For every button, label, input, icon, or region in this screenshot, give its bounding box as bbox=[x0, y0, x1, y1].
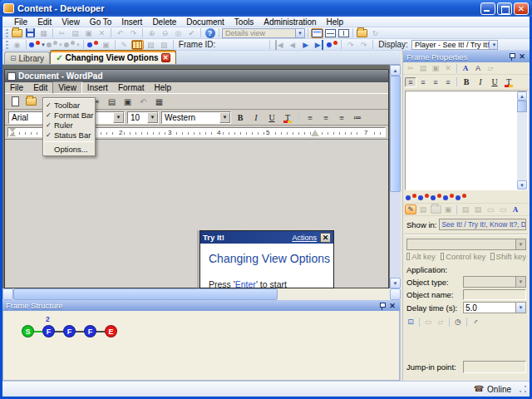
pin-icon[interactable] bbox=[509, 52, 515, 61]
fp-font-button[interactable]: A bbox=[460, 63, 471, 73]
content-horizontal-scrollbar[interactable] bbox=[2, 288, 401, 300]
script-select[interactable]: Western ▼ bbox=[161, 111, 231, 124]
record-button[interactable]: ◉ bbox=[11, 40, 23, 50]
fp-edit-button[interactable]: ✎ bbox=[405, 204, 416, 214]
delay-time-select[interactable]: 5.0 ▼ bbox=[463, 302, 526, 313]
print-button[interactable]: ▦ bbox=[37, 28, 50, 38]
open-project-button[interactable] bbox=[356, 28, 368, 38]
align-left-button[interactable]: ≡ bbox=[303, 111, 317, 124]
tryit-actions-link[interactable]: Actions bbox=[292, 234, 317, 242]
underline-button[interactable]: U bbox=[265, 111, 278, 124]
fp-stamp2-button[interactable]: ▱ bbox=[435, 317, 446, 327]
horizontal-scroll-track[interactable] bbox=[278, 288, 390, 300]
fp-jump-button[interactable]: ♂ bbox=[470, 317, 481, 327]
fp-fill-button[interactable]: ▣ bbox=[442, 204, 454, 214]
scroll-down-icon[interactable]: ▼ bbox=[517, 180, 527, 190]
fp-align-right-button[interactable]: ≡ bbox=[430, 77, 441, 87]
horizontal-scroll-thumb[interactable] bbox=[13, 288, 278, 300]
nav-prev-button[interactable]: ◀ bbox=[286, 40, 298, 50]
wordpad-copy-button[interactable]: ▤ bbox=[105, 96, 119, 108]
wordpad-menu-edit[interactable]: Edit bbox=[28, 82, 52, 93]
forward2-button[interactable]: ↷ bbox=[357, 40, 370, 50]
tab-changing-view-options[interactable]: ✓ Changing View Options ✕ bbox=[50, 50, 175, 64]
indent-marker-bottom[interactable] bbox=[9, 132, 16, 136]
fp-move-button[interactable]: ▤ bbox=[472, 204, 484, 214]
view-menu-format-bar[interactable]: ✓ Format Bar bbox=[43, 110, 95, 120]
fp-paste-button[interactable]: ▣ bbox=[430, 63, 441, 73]
forward-button[interactable]: ↷ bbox=[344, 40, 357, 50]
vertical-scroll-thumb[interactable] bbox=[390, 76, 401, 192]
scroll-left-icon[interactable] bbox=[2, 288, 13, 300]
frame-node[interactable]: F bbox=[84, 325, 96, 337]
spellcheck-button[interactable]: ✔ bbox=[185, 28, 198, 38]
toolbar-grip[interactable] bbox=[6, 29, 8, 37]
view-menu-ruler[interactable]: ✓ Ruler bbox=[43, 120, 95, 130]
menu-item-file[interactable]: File bbox=[9, 17, 32, 27]
fp-mode2-button[interactable] bbox=[417, 192, 429, 202]
key-select[interactable]: ▼ bbox=[406, 239, 526, 250]
fp-text-editor[interactable]: ▲ ▼ bbox=[405, 91, 528, 190]
wordpad-open-button[interactable] bbox=[24, 96, 38, 108]
menu-item-administration[interactable]: Administration bbox=[259, 17, 321, 27]
fp-font-dialog-button[interactable]: A bbox=[472, 63, 484, 73]
wordpad-menu-view[interactable]: View bbox=[52, 81, 82, 94]
tryit-close-button[interactable]: ✕ bbox=[320, 233, 331, 243]
insert-node-button[interactable] bbox=[86, 40, 99, 50]
fp-editor-scrollbar[interactable]: ▲ ▼ bbox=[517, 91, 527, 190]
display-select[interactable]: Player - See It! / Try It! ▼ bbox=[411, 40, 498, 50]
scroll-up-icon[interactable]: ▲ bbox=[517, 91, 527, 101]
menu-item-insert[interactable]: Insert bbox=[116, 17, 147, 27]
wordpad-menu-format[interactable]: Format bbox=[113, 82, 150, 93]
scroll-right-icon[interactable] bbox=[390, 288, 401, 300]
wordpad-undo-button[interactable]: ↶ bbox=[136, 96, 150, 108]
tryit-titlebar[interactable]: Try It! Actions ✕ bbox=[200, 231, 333, 244]
fp-delete-button[interactable]: ✕ bbox=[442, 63, 454, 73]
layout-columns-button[interactable] bbox=[337, 28, 350, 38]
delete-button[interactable]: ✕ bbox=[96, 28, 108, 38]
redo-button[interactable]: ↷ bbox=[127, 28, 140, 38]
object-name-field[interactable] bbox=[463, 289, 526, 300]
italic-button[interactable]: I bbox=[249, 111, 263, 124]
insert-frame-dropdown[interactable]: ▼ bbox=[29, 40, 46, 50]
copy-button[interactable]: ▤ bbox=[69, 28, 81, 38]
wordpad-datetime-button[interactable]: ▦ bbox=[152, 96, 166, 108]
fp-italic-button[interactable]: I bbox=[474, 76, 487, 88]
frame-view-button[interactable] bbox=[131, 40, 144, 50]
cut-button[interactable]: ✂ bbox=[56, 28, 68, 38]
refresh-button[interactable]: ↻ bbox=[369, 28, 382, 38]
pin-icon[interactable] bbox=[379, 302, 386, 310]
details-view-select[interactable]: Details view ▼ bbox=[222, 28, 305, 38]
font-size-select[interactable]: 10 ▼ bbox=[127, 111, 159, 124]
view-menu-options[interactable]: Options... bbox=[43, 144, 95, 154]
maximize-button[interactable] bbox=[497, 2, 512, 15]
zoom-in-button[interactable]: ⊕ bbox=[145, 28, 158, 38]
editor-scroll-track[interactable] bbox=[517, 112, 527, 180]
frame-node[interactable]: F bbox=[63, 325, 76, 337]
frame-tool-button[interactable]: ▧ bbox=[145, 40, 157, 50]
jump-to-frame-button[interactable] bbox=[326, 40, 338, 50]
fp-timer-button[interactable]: ◷ bbox=[452, 317, 464, 327]
scroll-down-icon[interactable]: ▼ bbox=[390, 278, 401, 288]
layout-detail-view-button[interactable] bbox=[311, 28, 323, 38]
fp-font-color-button[interactable]: T bbox=[502, 76, 515, 88]
nav-next-button[interactable]: ▶ bbox=[299, 40, 312, 50]
menu-item-goto[interactable]: Go To bbox=[85, 17, 117, 27]
object-type-select[interactable]: ▼ bbox=[463, 276, 526, 288]
scroll-up-icon[interactable]: ▲ bbox=[390, 65, 401, 76]
fp-region-button[interactable]: ▭ bbox=[422, 317, 434, 327]
fp-copy2-button[interactable]: ▤ bbox=[460, 204, 471, 214]
end-node[interactable]: E bbox=[105, 325, 117, 337]
fp-mode3-button[interactable] bbox=[430, 192, 441, 202]
wordpad-menu-help[interactable]: Help bbox=[150, 82, 177, 93]
menu-item-tools[interactable]: Tools bbox=[229, 17, 259, 27]
save-button[interactable] bbox=[24, 28, 37, 38]
fp-mode4-button[interactable] bbox=[442, 192, 454, 202]
start-node[interactable]: S bbox=[22, 325, 34, 337]
alt-key-checkbox[interactable] bbox=[406, 253, 410, 260]
editor-scroll-thumb[interactable] bbox=[517, 101, 527, 112]
tab-close-icon[interactable]: ✕ bbox=[161, 53, 170, 62]
insert-decision-dropdown[interactable]: ▼ bbox=[47, 40, 63, 50]
open-button[interactable] bbox=[11, 28, 23, 38]
fp-align-center-button[interactable]: ≡ bbox=[417, 77, 429, 87]
content-vertical-scrollbar[interactable]: ▲ ▼ bbox=[390, 65, 401, 288]
